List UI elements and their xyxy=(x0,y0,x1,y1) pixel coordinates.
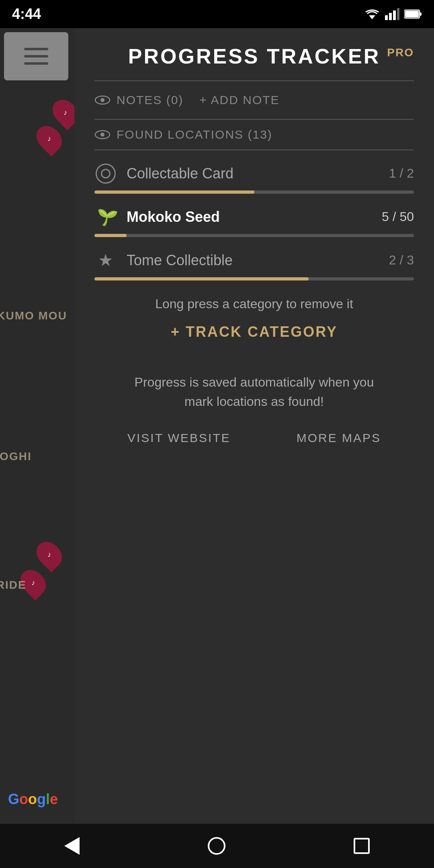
collectable-card-name: Collectable Card xyxy=(127,165,379,182)
category-item-collectable-card[interactable]: Collectable Card 1 / 2 xyxy=(94,162,414,194)
tome-collectible-progress-bg xyxy=(94,277,414,280)
bottom-buttons: VISIT WEBSITE MORE MAPS xyxy=(94,431,414,445)
locations-divider xyxy=(94,149,414,150)
map-label-2: LOGHI xyxy=(0,450,32,463)
recent-apps-button[interactable] xyxy=(354,838,370,854)
hint-text: Long press a category to remove it xyxy=(94,297,414,311)
eye-icon xyxy=(94,94,111,106)
tome-collectible-progress-fill xyxy=(94,277,309,280)
found-locations-eye-icon xyxy=(94,129,111,140)
progress-tracker-panel: PROGRESS TRACKER PRO NOTES (0) + ADD NOT… xyxy=(74,28,434,840)
header-divider xyxy=(94,80,414,81)
collectable-card-progress-fill xyxy=(94,190,254,194)
map-pin-cluster-1 xyxy=(32,96,58,159)
wifi-icon xyxy=(364,8,380,20)
map-label-3: PRIDE xyxy=(0,579,27,592)
google-logo: Google xyxy=(8,791,58,808)
map-label-1: NKUMO MOU xyxy=(0,309,67,322)
recent-apps-icon xyxy=(354,838,370,854)
hamburger-button[interactable] xyxy=(4,32,68,80)
navigation-bar xyxy=(0,824,434,868)
notes-divider xyxy=(94,119,414,120)
panel-title: PROGRESS TRACKER xyxy=(128,44,380,68)
svg-rect-1 xyxy=(385,15,388,20)
mokoko-seed-name: Mokoko Seed xyxy=(127,209,372,225)
collectable-card-count: 1 / 2 xyxy=(389,166,414,181)
bottom-info-text: Progress is saved automatically when you… xyxy=(94,373,414,411)
notes-row: NOTES (0) + ADD NOTE xyxy=(94,93,414,107)
svg-rect-3 xyxy=(393,10,396,20)
collectable-card-icon xyxy=(94,162,117,184)
collectable-card-progress-bg xyxy=(94,190,414,194)
status-time: 4:44 xyxy=(12,6,41,23)
svg-rect-7 xyxy=(405,11,419,17)
home-button[interactable] xyxy=(208,837,225,855)
category-item-mokoko-seed[interactable]: 🌱 Mokoko Seed 5 / 50 xyxy=(94,206,414,237)
category-header-mokoko-seed: 🌱 Mokoko Seed 5 / 50 xyxy=(94,206,414,228)
mokoko-seed-count: 5 / 50 xyxy=(382,209,414,224)
home-icon xyxy=(208,837,225,855)
status-icons xyxy=(364,8,422,20)
add-note-button[interactable]: + ADD NOTE xyxy=(199,93,279,107)
category-item-tome-collectible[interactable]: ★ Tome Collectible 2 / 3 xyxy=(94,249,414,280)
found-locations-row: FOUND LOCATIONS (13) xyxy=(94,128,414,141)
mokoko-seed-progress-fill xyxy=(94,234,127,237)
svg-rect-4 xyxy=(397,8,399,20)
mokoko-seed-progress-bg xyxy=(94,234,414,237)
found-locations-label: FOUND LOCATIONS (13) xyxy=(117,128,272,141)
category-header-collectable-card: Collectable Card 1 / 2 xyxy=(94,162,414,184)
category-header-tome-collectible: ★ Tome Collectible 2 / 3 xyxy=(94,249,414,271)
mokoko-seed-icon: 🌱 xyxy=(94,206,117,228)
hamburger-icon xyxy=(24,48,48,65)
tome-collectible-icon: ★ xyxy=(94,249,117,271)
status-bar: 4:44 xyxy=(0,0,434,28)
svg-rect-6 xyxy=(420,12,422,16)
more-maps-button[interactable]: MORE MAPS xyxy=(297,431,381,445)
svg-rect-2 xyxy=(389,13,392,20)
battery-icon xyxy=(404,9,422,19)
tome-collectible-name: Tome Collectible xyxy=(127,252,379,269)
panel-header: PROGRESS TRACKER PRO xyxy=(94,44,414,68)
track-category-button[interactable]: + TRACK CATEGORY xyxy=(94,323,414,340)
tome-collectible-count: 2 / 3 xyxy=(389,253,414,268)
visit-website-button[interactable]: VISIT WEBSITE xyxy=(127,431,231,445)
svg-point-11 xyxy=(100,133,104,137)
signal-icon xyxy=(385,8,399,20)
back-icon xyxy=(64,837,80,855)
pro-badge: PRO xyxy=(387,46,414,59)
notes-item: NOTES (0) xyxy=(94,93,183,107)
svg-marker-0 xyxy=(369,15,375,19)
back-button[interactable] xyxy=(64,837,80,855)
svg-point-9 xyxy=(100,98,104,102)
notes-label: NOTES (0) xyxy=(117,93,183,107)
